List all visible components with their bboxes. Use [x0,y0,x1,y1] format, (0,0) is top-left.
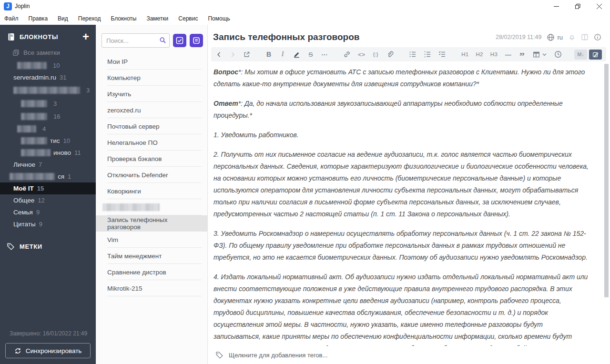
search-icon[interactable] [159,37,166,44]
tags-header-label: МЕТКИ [20,243,42,250]
note-list-item[interactable]: Мои IP [96,53,207,70]
note-title-input[interactable]: Запись телефонных разговоров [213,32,496,42]
menu-go[interactable]: Переход [78,15,101,22]
sidebar-notebook-redacted[interactable]: 4 [0,123,96,135]
sidebar-notebook-citaty[interactable]: Цитаты 9 [0,218,96,230]
new-todo-button[interactable] [173,34,186,47]
attach-file-icon[interactable] [386,51,394,58]
richtext-editor-toggle[interactable] [589,50,602,60]
new-notebook-button[interactable]: + [82,32,89,41]
horizontal-rule-button[interactable]: — [505,51,511,58]
checkbox-list-icon[interactable] [438,51,446,58]
sidebar-notebook-redacted[interactable]: ся 1 [0,171,96,182]
close-button[interactable] [589,0,610,12]
sidebar-notebook-semya[interactable]: Семья 9 [0,206,96,218]
inline-code-button[interactable]: <> [358,51,365,58]
note-list-item[interactable]: Проверка бэкапов [96,151,207,167]
note-list-item[interactable]: Тайм менеджмент [96,248,207,264]
menu-notebooks[interactable]: Блокноты [111,15,136,22]
sidebar-notebook-redacted[interactable]: иново 11 [0,147,96,159]
minimize-button[interactable] [546,0,567,12]
heading3-button[interactable]: H3 [490,51,498,57]
note-list-item[interactable]: Mikrotik-215 [96,280,207,296]
tag-icon [7,243,15,251]
note-list-item[interactable]: Отключить Defender [96,167,207,183]
sync-status: Завершено: 16/01/2022 21:49 [5,330,91,337]
sidebar-item-all-notes[interactable]: Все заметки [0,47,96,59]
strikethrough-button[interactable]: S [307,51,314,58]
alarm-bell-icon[interactable] [568,33,576,41]
heading1-button[interactable]: H1 [461,51,468,57]
sidebar-notebook-serveradmin[interactable]: serveradmin.ru 31 [0,71,96,83]
redacted-block [21,149,51,156]
sidebar-notebook-moe-it[interactable]: Моё IT 15 [0,182,96,194]
hyperlink-icon[interactable] [343,51,351,58]
highlight-pen-icon[interactable] [293,51,300,58]
paragraph: 4. Издать локальный нормативный акт. Об … [214,271,591,346]
note-list-item[interactable]: Коворкинги [96,183,207,199]
note-viewer: Вопрос*: Мы хотим в офисе установить АТС… [208,61,610,346]
insert-table-button[interactable] [532,51,547,59]
paragraph: 3. Уведомить Роскомнадзор о намерении ос… [214,228,591,263]
bullet-list-icon[interactable] [409,51,417,58]
markdown-editor-toggle[interactable]: M↓ [574,50,587,60]
blockquote-button[interactable]: ” [518,50,525,59]
menu-help[interactable]: Помощь [208,15,230,22]
forward-button[interactable] [229,51,236,58]
globe-icon[interactable] [547,33,555,41]
note-date: 28/02/2019 11:49 [496,34,541,40]
sidebar-notebook-obshchee[interactable]: Общее 12 [0,194,96,206]
heading2-button[interactable]: H2 [476,51,483,57]
paragraph: 1. Уведомить работников. [214,129,591,141]
sidebar-notebook-redacted[interactable]: 3 [0,83,96,97]
editor-scrollbar[interactable] [604,64,609,297]
joplin-logo-icon: J [4,2,12,10]
editor-layout-toggles: M↓ [574,50,602,60]
paragraph: Ответ*: Да, до начала использования звук… [214,98,591,121]
note-list-item[interactable]: Нелегальное ПО [96,134,207,151]
sidebar-notebook-redacted[interactable]: 10 [0,60,96,71]
more-options-button[interactable]: ··· [321,51,328,58]
note-list-item[interactable]: Vim [96,232,207,248]
menu-notes[interactable]: Заметки [146,15,168,22]
code-block-button[interactable]: {:} [372,51,379,57]
checkbox-icon [176,37,183,44]
menu-bar: Файл Правка Вид Переход Блокноты Заметки… [0,12,610,25]
note-list-item[interactable]: Почтовый сервер [96,118,207,134]
tag-bar[interactable]: Щелкните для добавления тегов... [208,346,610,364]
sidebar-notebook-redacted[interactable]: 3 [0,97,96,110]
notebooks-header-label: БЛОКНОТЫ [20,33,58,40]
note-list-item[interactable]: Изучить [96,86,207,102]
spellcheck-language[interactable]: ru [557,34,563,41]
sidebar-notebook-redacted[interactable]: тис 10 [0,135,96,147]
note-icon [193,37,200,44]
note-list-item-selected[interactable]: Запись телефонных разговоров [96,215,207,232]
note-properties-icon[interactable] [594,33,601,41]
insert-datetime-icon[interactable] [554,51,562,58]
note-list-item-redacted[interactable] [96,199,207,215]
menu-edit[interactable]: Правка [29,15,48,22]
note-list-item[interactable]: zeroxzed.ru [96,102,207,118]
menu-view[interactable]: Вид [58,15,68,22]
note-list-item[interactable]: Сравнение дистров [96,264,207,280]
bold-button[interactable]: B [265,51,272,58]
numbered-list-icon[interactable] [424,51,431,58]
restore-button[interactable] [567,0,589,12]
paragraph: Вопрос*: Мы хотим в офисе установить АТС… [214,66,591,90]
editor-header: Запись телефонных разговоров 28/02/2019 … [208,25,610,45]
note-list-topbar [96,25,207,53]
menu-file[interactable]: Файл [4,15,19,22]
italic-button[interactable]: I [279,51,286,58]
new-note-button[interactable] [190,34,203,47]
menu-tools[interactable]: Сервис [178,15,198,22]
split-view-icon[interactable] [581,33,589,41]
add-tag-icon [215,351,224,359]
sync-button[interactable]: Синхронизировать [5,343,91,358]
sidebar-notebook-lichnoe[interactable]: Личное 7 [0,159,96,171]
note-list-panel: Мои IP Компьютер Изучить zeroxzed.ru Поч… [96,25,208,364]
back-button[interactable] [215,51,222,58]
note-content: Вопрос*: Мы хотим в офисе установить АТС… [208,61,610,346]
external-edit-icon[interactable] [243,51,250,58]
note-list-item[interactable]: Компьютер [96,70,207,86]
sidebar-notebook-redacted[interactable]: 16 [0,110,96,123]
